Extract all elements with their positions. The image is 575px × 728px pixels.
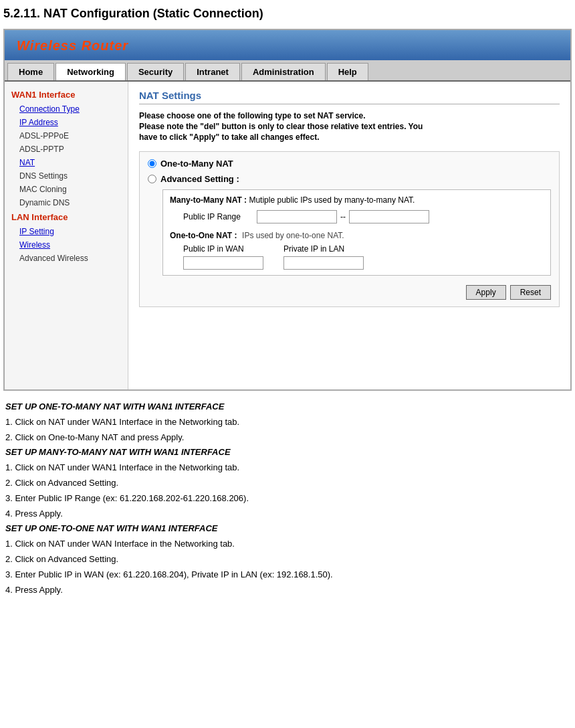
- many-to-many-row: Many-to-Many NAT : Mutiple public IPs us…: [170, 195, 544, 205]
- content-area: WAN1 Interface Connection Type IP Addres…: [5, 82, 570, 389]
- ip-range-row: Public IP Range --: [183, 210, 544, 223]
- one-to-one-block: One-to-One NAT : IPs used by one-to-one …: [170, 230, 544, 240]
- ip-range-label: Public IP Range: [183, 212, 257, 221]
- instructions-heading-1: SET UP ONE-TO-MANY NAT WITH WAN1 INTERFA…: [5, 400, 570, 414]
- one-to-many-label: One-to-Many NAT: [160, 159, 233, 169]
- nav-administration[interactable]: Administration: [241, 63, 326, 80]
- instructions-step-3-4: 4. Press Apply.: [5, 583, 570, 598]
- advanced-setting-label: Advanced Setting :: [160, 174, 239, 184]
- wan-lan-row: Public IP in WAN Private IP in LAN: [183, 244, 544, 270]
- wan-ip-input[interactable]: [183, 256, 263, 270]
- main-panel: NAT Settings Please choose one of the fo…: [128, 82, 570, 389]
- wan-col: Public IP in WAN: [183, 244, 263, 270]
- nav-help[interactable]: Help: [327, 63, 368, 80]
- nav-bar: Home Networking Security Intranet Admini…: [5, 60, 570, 82]
- router-brand: Wireless Router: [17, 38, 558, 54]
- sidebar-text-adsl-pppoe: ADSL-PPPoE: [5, 129, 128, 143]
- nat-options-box: One-to-Many NAT Advanced Setting : Many-…: [139, 151, 560, 307]
- nav-intranet[interactable]: Intranet: [185, 63, 240, 80]
- advanced-block: Many-to-Many NAT : Mutiple public IPs us…: [162, 189, 551, 276]
- instructions-step-3-2: 2. Click on Advanced Setting.: [5, 553, 570, 567]
- router-header: Wireless Router: [5, 30, 570, 60]
- wan-label: Public IP in WAN: [183, 244, 244, 254]
- ip-range-start-input[interactable]: [257, 210, 337, 223]
- sidebar-text-dns-settings: DNS Settings: [5, 169, 128, 183]
- sidebar: WAN1 Interface Connection Type IP Addres…: [5, 82, 128, 389]
- one-to-one-label: One-to-One NAT :: [170, 231, 237, 240]
- instructions-step-3-1: 1. Click on NAT under WAN Interface in t…: [5, 537, 570, 551]
- instructions-step-2-1: 1. Click on NAT under WAN1 Interface in …: [5, 461, 570, 475]
- many-to-many-label: Many-to-Many NAT :: [170, 195, 247, 205]
- sidebar-text-mac-cloning: MAC Cloning: [5, 183, 128, 196]
- many-to-many-desc-text: Mutiple public IPs used by many-to-many …: [249, 195, 415, 205]
- sidebar-text-dynamic-dns: Dynamic DNS: [5, 196, 128, 209]
- notice-line1: Please choose one of the following type …: [139, 111, 560, 120]
- page-title: 5.2.11. NAT Configuration (Static Connec…: [3, 7, 575, 21]
- instructions-section: SET UP ONE-TO-MANY NAT WITH WAN1 INTERFA…: [0, 397, 575, 605]
- instructions-step-1-2: 2. Click on One-to-Many NAT and press Ap…: [5, 431, 570, 445]
- ip-separator: --: [340, 212, 346, 221]
- sidebar-link-connection-type[interactable]: Connection Type: [5, 102, 128, 116]
- radio-one-to-many[interactable]: [148, 159, 156, 168]
- sidebar-link-nat[interactable]: NAT: [5, 156, 128, 169]
- instructions-step-3-3: 3. Enter Public IP in WAN (ex: 61.220.16…: [5, 568, 570, 582]
- lan-ip-input[interactable]: [283, 256, 364, 270]
- sidebar-text-adsl-pptp: ADSL-PPTP: [5, 143, 128, 156]
- sidebar-link-ip-setting[interactable]: IP Setting: [5, 225, 128, 238]
- instructions-step-2-2: 2. Click on Advanced Setting.: [5, 476, 570, 490]
- sidebar-section-lan[interactable]: LAN Interface: [5, 209, 128, 225]
- notice-line3: have to click "Apply" to take all change…: [139, 132, 560, 142]
- one-to-one-desc: IPs used by one-to-one NAT.: [242, 231, 344, 240]
- radio-advanced[interactable]: [148, 175, 156, 183]
- lan-col: Private IP in LAN: [283, 244, 364, 270]
- radio-row-advanced: Advanced Setting :: [148, 174, 551, 184]
- notice-line2: Please note the "del" button is only to …: [139, 122, 560, 131]
- sidebar-section-wan1[interactable]: WAN1 Interface: [5, 87, 128, 102]
- instructions-heading-3: SET UP ONE-TO-ONE NAT WITH WAN1 INTERFAC…: [5, 522, 570, 536]
- action-row: Apply Reset: [148, 285, 551, 300]
- router-frame: Wireless Router Home Networking Security…: [3, 29, 572, 391]
- nav-security[interactable]: Security: [127, 63, 184, 80]
- lan-label: Private IP in LAN: [283, 244, 344, 254]
- instructions-heading-2: SET UP MANY-TO-MANY NAT WITH WAN1 INTERF…: [5, 446, 570, 460]
- notice-box: Please choose one of the following type …: [139, 111, 560, 142]
- sidebar-link-ip-address[interactable]: IP Address: [5, 116, 128, 129]
- instructions-step-2-4: 4. Press Apply.: [5, 507, 570, 521]
- ip-range-end-input[interactable]: [349, 210, 429, 223]
- radio-row-one-to-many: One-to-Many NAT: [148, 159, 551, 169]
- nav-home[interactable]: Home: [7, 63, 54, 80]
- nat-settings-title: NAT Settings: [139, 90, 560, 104]
- instructions-step-1-1: 1. Click on NAT under WAN1 Interface in …: [5, 416, 570, 430]
- apply-button[interactable]: Apply: [466, 285, 506, 300]
- sidebar-text-advanced-wireless: Advanced Wireless: [5, 252, 128, 265]
- instructions-step-2-3: 3. Enter Public IP Range (ex: 61.220.168…: [5, 492, 570, 506]
- reset-button[interactable]: Reset: [510, 285, 551, 300]
- sidebar-link-wireless[interactable]: Wireless: [5, 238, 128, 252]
- nav-networking[interactable]: Networking: [55, 63, 126, 80]
